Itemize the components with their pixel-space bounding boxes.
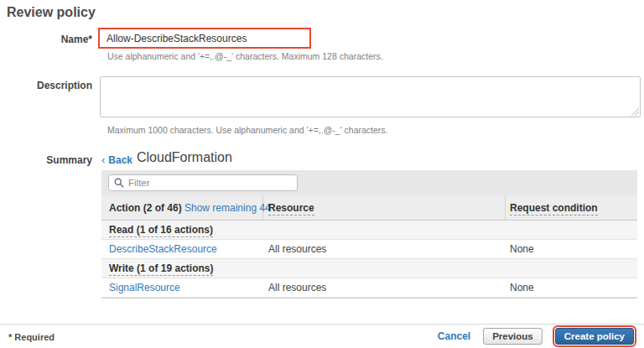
description-textarea[interactable]: [100, 76, 641, 117]
description-help-text: Maximum 1000 characters. Use alphanumeri…: [107, 125, 387, 135]
section-header-label: Read (1 of 16 actions): [109, 224, 213, 237]
action-link[interactable]: DescribeStackResource: [109, 243, 217, 255]
chevron-left-icon: ‹: [101, 153, 105, 166]
service-name: CloudFormation: [137, 150, 232, 165]
table-row: SignalResource All resources None: [101, 278, 637, 298]
condition-value: None: [510, 243, 534, 255]
policy-summary-table: Action (2 of 46) Show remaining 44 Resou…: [101, 170, 637, 299]
section-row-read: Read (1 of 16 actions): [101, 221, 637, 240]
name-label: Name*: [0, 34, 92, 45]
create-policy-button[interactable]: Create policy: [555, 328, 634, 345]
column-header-request-condition: Request condition: [510, 202, 598, 214]
show-remaining-link[interactable]: Show remaining 44: [184, 202, 271, 214]
required-note: * Required: [8, 332, 55, 342]
summary-label: Summary: [0, 154, 92, 166]
resize-handle-icon[interactable]: [631, 108, 639, 116]
action-count-label: Action (2 of 46): [109, 202, 182, 214]
action-link[interactable]: SignalResource: [109, 282, 180, 293]
section-header-label: Write (1 of 19 actions): [109, 262, 213, 276]
table-row: DescribeStackResource All resources None: [101, 240, 637, 259]
table-bottom-border: [101, 298, 637, 299]
section-row-write: Write (1 of 19 actions): [101, 259, 637, 278]
filter-input[interactable]: [128, 178, 292, 188]
table-header-row: Action (2 of 46) Show remaining 44 Resou…: [101, 195, 637, 221]
footer-divider: [0, 324, 644, 325]
column-header-action: Action (2 of 46) Show remaining 44: [109, 202, 271, 214]
table-toolbar: [101, 170, 637, 195]
column-header-resource: Resource: [268, 202, 314, 214]
column-divider: [505, 195, 506, 220]
resource-value: All resources: [268, 243, 326, 255]
page-title: Review policy: [7, 5, 96, 20]
resource-value: All resources: [268, 282, 326, 293]
footer-actions: Cancel Previous Create policy: [438, 328, 634, 345]
cancel-link[interactable]: Cancel: [438, 330, 470, 342]
condition-value: None: [510, 282, 534, 293]
filter-box[interactable]: [108, 174, 298, 191]
name-help-text: Use alphanumeric and '+=,.@-_' character…: [107, 51, 383, 61]
policy-name-input[interactable]: [98, 28, 311, 49]
description-label: Description: [0, 80, 92, 91]
previous-button[interactable]: Previous: [483, 328, 543, 345]
search-icon: [114, 178, 124, 188]
back-link[interactable]: ‹Back: [101, 153, 132, 166]
back-link-label: Back: [108, 154, 132, 166]
